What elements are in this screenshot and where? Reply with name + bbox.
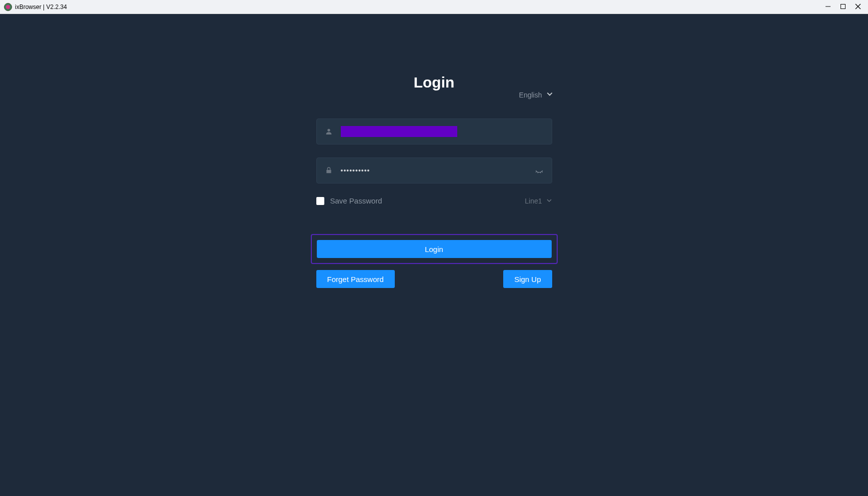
app-title: ixBrowser | V2.2.34 [15,4,67,10]
save-password-checkbox-wrap[interactable]: Save Password [316,196,382,205]
login-button[interactable]: Login [317,240,552,258]
login-header: Login English [316,74,552,91]
chevron-down-icon [546,90,553,99]
login-button-highlight: Login [311,234,558,264]
main-content: Login English •••••••••• Save Password L… [0,14,868,496]
save-password-label: Save Password [330,196,382,205]
svg-rect-5 [326,170,331,174]
titlebar-left: ixBrowser | V2.2.34 [4,3,67,11]
close-button[interactable] [855,2,861,12]
username-input-wrap[interactable] [316,118,552,144]
svg-line-9 [542,172,543,172]
maximize-button[interactable] [840,2,846,12]
save-password-checkbox[interactable] [316,197,324,205]
minimize-button[interactable] [825,2,831,12]
signup-button[interactable]: Sign Up [503,270,552,288]
svg-line-7 [538,172,538,173]
forget-password-button[interactable]: Forget Password [316,270,395,288]
lock-icon [325,166,333,174]
bottom-buttons: Forget Password Sign Up [316,270,552,288]
user-icon [325,128,333,136]
window-controls [825,2,866,12]
options-row: Save Password Line1 [316,196,552,205]
svg-rect-1 [841,4,846,8]
svg-line-8 [540,172,541,173]
line-label: Line1 [525,197,542,205]
chevron-down-icon [546,197,552,205]
app-icon [4,3,12,11]
language-selector[interactable]: English [519,90,553,99]
password-value: •••••••••• [341,166,535,174]
titlebar: ixBrowser | V2.2.34 [0,0,868,14]
password-input-wrap[interactable]: •••••••••• [316,158,552,184]
svg-point-4 [327,129,330,132]
login-title: Login [414,74,455,91]
svg-line-6 [536,172,537,172]
line-selector[interactable]: Line1 [525,197,552,205]
language-label: English [519,91,542,99]
eye-closed-icon[interactable] [535,166,544,175]
username-value-redacted [341,126,457,137]
